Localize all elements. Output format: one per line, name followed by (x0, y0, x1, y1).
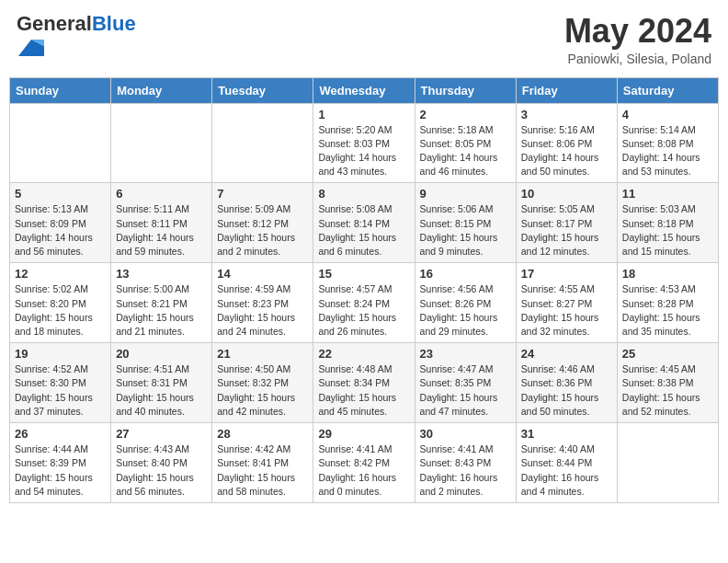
calendar-cell: 11Sunrise: 5:03 AMSunset: 8:18 PMDayligh… (617, 183, 718, 263)
day-info: Sunrise: 4:47 AMSunset: 8:35 PMDaylight:… (420, 362, 511, 419)
calendar-table: SundayMondayTuesdayWednesdayThursdayFrid… (9, 77, 719, 503)
day-info: Sunrise: 4:48 AMSunset: 8:34 PMDaylight:… (318, 362, 409, 419)
logo-general: General (17, 12, 92, 35)
calendar-cell (617, 423, 718, 503)
calendar-cell (10, 103, 111, 183)
weekday-header-saturday: Saturday (617, 77, 718, 103)
calendar-cell: 16Sunrise: 4:56 AMSunset: 8:26 PMDayligh… (415, 263, 516, 343)
calendar-cell: 26Sunrise: 4:44 AMSunset: 8:39 PMDayligh… (10, 423, 111, 503)
day-number: 1 (318, 108, 409, 121)
day-info: Sunrise: 4:43 AMSunset: 8:40 PMDaylight:… (116, 442, 207, 499)
day-number: 4 (622, 108, 713, 121)
calendar-cell: 10Sunrise: 5:05 AMSunset: 8:17 PMDayligh… (516, 183, 617, 263)
logo: GeneralBlue (17, 13, 136, 64)
calendar-body: 1Sunrise: 5:20 AMSunset: 8:03 PMDaylight… (10, 103, 719, 502)
weekday-header-wednesday: Wednesday (313, 77, 415, 103)
calendar-cell: 4Sunrise: 5:14 AMSunset: 8:08 PMDaylight… (617, 103, 718, 183)
calendar-cell (111, 103, 212, 183)
day-number: 28 (217, 427, 308, 441)
day-number: 12 (15, 267, 106, 281)
calendar-cell: 21Sunrise: 4:50 AMSunset: 8:32 PMDayligh… (212, 343, 313, 423)
day-info: Sunrise: 4:45 AMSunset: 8:38 PMDaylight:… (622, 362, 713, 419)
calendar-cell: 8Sunrise: 5:08 AMSunset: 8:14 PMDaylight… (313, 183, 415, 263)
calendar-cell: 19Sunrise: 4:52 AMSunset: 8:30 PMDayligh… (10, 343, 111, 423)
day-info: Sunrise: 5:16 AMSunset: 8:06 PMDaylight:… (521, 123, 612, 179)
calendar-cell: 22Sunrise: 4:48 AMSunset: 8:34 PMDayligh… (313, 343, 415, 423)
calendar-cell: 17Sunrise: 4:55 AMSunset: 8:27 PMDayligh… (516, 263, 617, 343)
day-number: 10 (521, 187, 612, 201)
day-number: 27 (116, 427, 207, 441)
day-info: Sunrise: 4:46 AMSunset: 8:36 PMDaylight:… (521, 362, 612, 419)
weekday-header-tuesday: Tuesday (212, 77, 313, 103)
day-number: 2 (420, 108, 511, 121)
weekday-header-row: SundayMondayTuesdayWednesdayThursdayFrid… (10, 77, 719, 103)
calendar-cell: 7Sunrise: 5:09 AMSunset: 8:12 PMDaylight… (212, 183, 313, 263)
calendar-cell: 6Sunrise: 5:11 AMSunset: 8:11 PMDaylight… (111, 183, 212, 263)
calendar-cell: 18Sunrise: 4:53 AMSunset: 8:28 PMDayligh… (617, 263, 718, 343)
day-info: Sunrise: 4:56 AMSunset: 8:26 PMDaylight:… (420, 282, 511, 339)
day-info: Sunrise: 4:59 AMSunset: 8:23 PMDaylight:… (217, 282, 308, 339)
day-number: 15 (318, 267, 409, 281)
day-number: 20 (116, 347, 207, 361)
day-number: 14 (217, 267, 308, 281)
calendar-cell: 29Sunrise: 4:41 AMSunset: 8:42 PMDayligh… (313, 423, 415, 503)
calendar-header: SundayMondayTuesdayWednesdayThursdayFrid… (10, 77, 719, 103)
calendar-week-row: 1Sunrise: 5:20 AMSunset: 8:03 PMDaylight… (10, 103, 719, 183)
weekday-header-thursday: Thursday (415, 77, 516, 103)
day-number: 17 (521, 267, 612, 281)
day-number: 6 (116, 187, 207, 201)
calendar-cell: 27Sunrise: 4:43 AMSunset: 8:40 PMDayligh… (111, 423, 212, 503)
logo-text: GeneralBlue (17, 13, 136, 35)
calendar-cell: 30Sunrise: 4:41 AMSunset: 8:43 PMDayligh… (415, 423, 516, 503)
day-number: 26 (15, 427, 106, 441)
calendar-cell: 12Sunrise: 5:02 AMSunset: 8:20 PMDayligh… (10, 263, 111, 343)
calendar-cell (212, 103, 313, 183)
day-info: Sunrise: 5:11 AMSunset: 8:11 PMDaylight:… (116, 202, 207, 259)
day-number: 8 (318, 187, 409, 201)
weekday-header-friday: Friday (516, 77, 617, 103)
day-number: 29 (318, 427, 409, 441)
calendar-cell: 24Sunrise: 4:46 AMSunset: 8:36 PMDayligh… (516, 343, 617, 423)
day-info: Sunrise: 5:02 AMSunset: 8:20 PMDaylight:… (15, 282, 106, 339)
day-number: 22 (318, 347, 409, 361)
calendar-cell: 13Sunrise: 5:00 AMSunset: 8:21 PMDayligh… (111, 263, 212, 343)
calendar-cell: 31Sunrise: 4:40 AMSunset: 8:44 PMDayligh… (516, 423, 617, 503)
day-info: Sunrise: 5:03 AMSunset: 8:18 PMDaylight:… (622, 202, 713, 259)
day-info: Sunrise: 5:18 AMSunset: 8:05 PMDaylight:… (420, 123, 511, 179)
calendar-cell: 1Sunrise: 5:20 AMSunset: 8:03 PMDaylight… (313, 103, 415, 183)
day-number: 16 (420, 267, 511, 281)
day-number: 23 (420, 347, 511, 361)
day-info: Sunrise: 5:08 AMSunset: 8:14 PMDaylight:… (318, 202, 409, 259)
day-number: 25 (622, 347, 713, 361)
page-header: GeneralBlue May 2024 Paniowki, Silesia, … (9, 9, 719, 70)
weekday-header-monday: Monday (111, 77, 212, 103)
calendar-cell: 14Sunrise: 4:59 AMSunset: 8:23 PMDayligh… (212, 263, 313, 343)
calendar-cell: 23Sunrise: 4:47 AMSunset: 8:35 PMDayligh… (415, 343, 516, 423)
calendar-cell: 3Sunrise: 5:16 AMSunset: 8:06 PMDaylight… (516, 103, 617, 183)
calendar-week-row: 5Sunrise: 5:13 AMSunset: 8:09 PMDaylight… (10, 183, 719, 263)
calendar-cell: 2Sunrise: 5:18 AMSunset: 8:05 PMDaylight… (415, 103, 516, 183)
day-info: Sunrise: 4:52 AMSunset: 8:30 PMDaylight:… (15, 362, 106, 419)
day-number: 31 (521, 427, 612, 441)
day-info: Sunrise: 5:14 AMSunset: 8:08 PMDaylight:… (622, 123, 713, 179)
day-number: 19 (15, 347, 106, 361)
day-info: Sunrise: 5:09 AMSunset: 8:12 PMDaylight:… (217, 202, 308, 259)
location-subtitle: Paniowki, Silesia, Poland (564, 52, 711, 66)
day-info: Sunrise: 4:41 AMSunset: 8:43 PMDaylight:… (420, 442, 511, 499)
calendar-cell: 5Sunrise: 5:13 AMSunset: 8:09 PMDaylight… (10, 183, 111, 263)
day-number: 30 (420, 427, 511, 441)
weekday-header-sunday: Sunday (10, 77, 111, 103)
day-number: 18 (622, 267, 713, 281)
calendar-week-row: 19Sunrise: 4:52 AMSunset: 8:30 PMDayligh… (10, 343, 719, 423)
day-info: Sunrise: 5:05 AMSunset: 8:17 PMDaylight:… (521, 202, 612, 259)
day-info: Sunrise: 4:50 AMSunset: 8:32 PMDaylight:… (217, 362, 308, 419)
day-info: Sunrise: 4:53 AMSunset: 8:28 PMDaylight:… (622, 282, 713, 339)
day-number: 13 (116, 267, 207, 281)
title-block: May 2024 Paniowki, Silesia, Poland (564, 13, 711, 66)
day-info: Sunrise: 4:44 AMSunset: 8:39 PMDaylight:… (15, 442, 106, 499)
calendar-cell: 15Sunrise: 4:57 AMSunset: 8:24 PMDayligh… (313, 263, 415, 343)
day-number: 9 (420, 187, 511, 201)
day-info: Sunrise: 5:20 AMSunset: 8:03 PMDaylight:… (318, 123, 409, 179)
day-number: 11 (622, 187, 713, 201)
day-info: Sunrise: 5:13 AMSunset: 8:09 PMDaylight:… (15, 202, 106, 259)
